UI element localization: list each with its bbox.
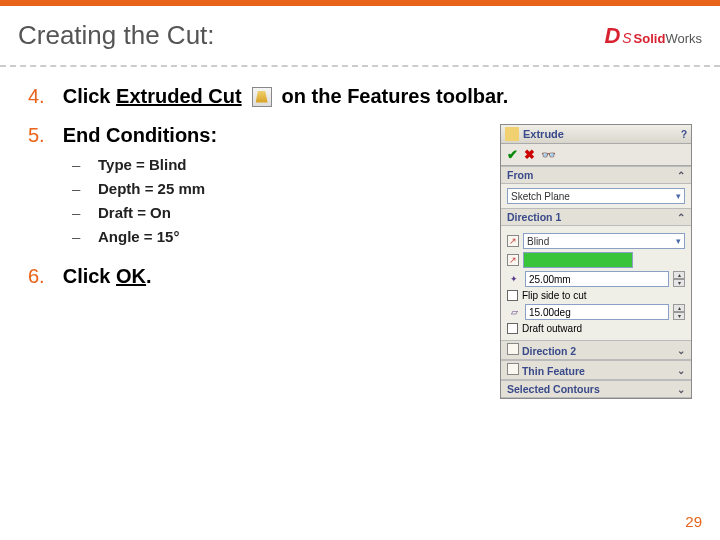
end-condition-dropdown[interactable]: Blind ▾ [523,233,685,249]
chevron-up-icon: ⌃ [677,170,685,181]
panel-title: Extrude [523,128,564,140]
step-number: 6. [28,265,45,288]
section-header-selected-contours[interactable]: Selected Contours ⌄ [501,380,691,398]
solidworks-logo: D S SolidWorks [604,23,702,49]
step-title: End Conditions: [63,124,217,147]
thin-feature-checkbox-icon[interactable] [507,363,519,375]
step-text: Click Extruded Cut [63,85,242,108]
logo-mark-icon: D [604,23,620,49]
chevron-down-icon: ▾ [676,191,681,201]
step-6: 6. Click OK. [28,265,470,288]
section-body-from: Sketch Plane ▾ [501,184,691,208]
sub-list: –Type = Blind –Depth = 25 mm –Draft = On… [72,153,470,249]
logo-word-2: Works [665,31,702,46]
two-column: 5. End Conditions: –Type = Blind –Depth … [28,124,692,399]
direction2-checkbox-icon[interactable] [507,343,519,355]
chevron-down-icon: ⌄ [677,345,685,356]
page-title: Creating the Cut: [18,20,215,51]
help-icon[interactable]: ? [681,129,687,140]
angle-spinner[interactable]: ▴▾ [673,304,685,320]
ok-link: OK [116,265,146,287]
left-column: 5. End Conditions: –Type = Blind –Depth … [28,124,470,304]
chevron-down-icon: ▾ [676,236,681,246]
step-number: 5. [28,124,45,147]
section-header-direction1[interactable]: Direction 1 ⌃ [501,208,691,226]
section-header-from[interactable]: From ⌃ [501,166,691,184]
divider [0,65,720,67]
section-header-thin-feature[interactable]: Thin Feature ⌄ [501,360,691,380]
ok-check-icon[interactable]: ✔ [507,147,518,162]
title-row: Creating the Cut: D S SolidWorks [0,6,720,65]
extruded-cut-link: Extruded Cut [116,85,242,107]
depth-icon: ✦ [507,272,521,286]
reverse-direction-icon[interactable]: ↗ [507,235,519,247]
depth-input[interactable]: 25.00mm [525,271,669,287]
preview-icon[interactable]: 👓 [541,148,556,162]
list-item: –Angle = 15° [72,225,470,249]
step-text-tail: on the Features toolbar. [282,85,509,108]
property-manager-panel: Extrude ? ✔ ✖ 👓 From ⌃ Sketch Plane ▾ [500,124,692,399]
direction-vector-icon[interactable]: ↗ [507,254,519,266]
step-text: Click OK. [63,265,152,288]
list-item: –Depth = 25 mm [72,177,470,201]
step-4: 4. Click Extruded Cut on the Features to… [28,85,692,108]
from-dropdown[interactable]: Sketch Plane ▾ [507,188,685,204]
list-item: –Type = Blind [72,153,470,177]
draft-angle-input[interactable]: 15.00deg [525,304,669,320]
flip-side-checkbox[interactable] [507,290,518,301]
logo-word-1: Solid [634,31,666,46]
slide-number: 29 [685,513,702,530]
chevron-up-icon: ⌃ [677,212,685,223]
content-area: 4. Click Extruded Cut on the Features to… [0,85,720,399]
logo-s-icon: S [622,30,631,46]
chevron-down-icon: ⌄ [677,384,685,395]
step-5: 5. End Conditions: –Type = Blind –Depth … [28,124,470,249]
step-number: 4. [28,85,45,108]
chevron-down-icon: ⌄ [677,365,685,376]
panel-title-bar: Extrude ? [501,125,691,144]
cancel-x-icon[interactable]: ✖ [524,147,535,162]
flip-side-label: Flip side to cut [522,290,586,301]
extrude-icon [505,127,519,141]
draft-outward-label: Draft outward [522,323,582,334]
draft-icon[interactable]: ▱ [507,305,521,319]
draft-outward-checkbox[interactable] [507,323,518,334]
panel-action-row: ✔ ✖ 👓 [501,144,691,166]
section-header-direction2[interactable]: Direction 2 ⌄ [501,340,691,360]
depth-spinner[interactable]: ▴▾ [673,271,685,287]
list-item: –Draft = On [72,201,470,225]
extruded-cut-icon [252,87,272,107]
selection-box[interactable] [523,252,633,268]
section-body-direction1: ↗ Blind ▾ ↗ ✦ 25.00mm ▴▾ Fli [501,226,691,340]
